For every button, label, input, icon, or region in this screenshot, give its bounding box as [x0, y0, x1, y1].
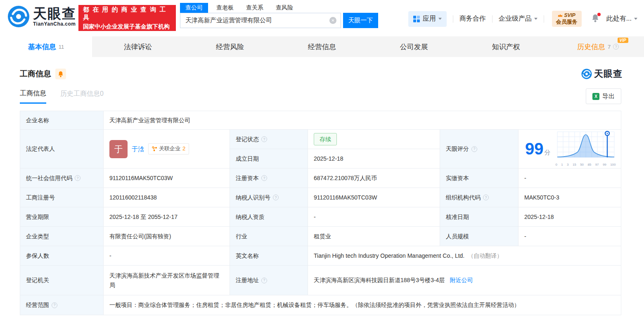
credit-code-value: 91120116MAK50TC03W — [104, 169, 230, 188]
paid-capital-label: 实缴资本 — [440, 169, 519, 188]
help-icon[interactable] — [261, 175, 267, 181]
related-companies-badge[interactable]: 关联企业 2 — [148, 143, 189, 154]
tab-label: 经营风险 — [216, 42, 244, 52]
help-icon[interactable] — [261, 278, 267, 283]
auto-translate-note: （自动翻译） — [468, 251, 502, 260]
search-tab-risk[interactable]: 查风险 — [276, 4, 293, 13]
tianyancha-swirl-icon — [7, 5, 30, 28]
subtab-history-business-info[interactable]: 历史工商信息0 — [60, 90, 104, 103]
tab-basic-info[interactable]: 基本信息 11 — [0, 36, 92, 57]
business-scope-label: 经营范围 — [20, 295, 104, 315]
tab-label: 历史信息 — [577, 42, 605, 52]
clear-search-icon[interactable] — [329, 17, 336, 24]
tab-label: 基本信息 — [28, 42, 56, 52]
help-icon[interactable] — [75, 175, 80, 181]
reg-number-label: 工商注册号 — [20, 188, 104, 207]
search-input-box — [180, 13, 341, 28]
user-account-menu[interactable]: 此处有... — [606, 14, 637, 23]
search-tab-relation[interactable]: 查关系 — [246, 4, 263, 13]
crown-icon — [558, 14, 563, 17]
staff-size-value: - — [519, 227, 621, 246]
help-icon[interactable] — [471, 146, 477, 152]
est-date-value: 2025-12-18 — [308, 149, 440, 169]
company-type-value: 有限责任公司(国有独资) — [104, 227, 230, 246]
export-button[interactable]: 导出 — [586, 88, 621, 104]
excel-icon — [592, 93, 599, 100]
vip-badge: VIP — [618, 38, 628, 43]
monitor-bell-icon[interactable] — [55, 69, 66, 79]
watermark-text: 天眼查 — [594, 68, 623, 80]
tab-legal-proceedings[interactable]: 法律诉讼 — [92, 36, 184, 57]
tab-label: 公司发展 — [400, 42, 428, 52]
help-icon[interactable] — [261, 136, 267, 142]
tab-operating-info[interactable]: 经营信息 — [276, 36, 368, 57]
nav-business-cooperation[interactable]: 商务合作 — [459, 14, 486, 23]
reg-address-value: 天津滨海高新区滨海科技园日新道188号3号楼3-4层 附近公司 — [308, 266, 621, 295]
promo-line1: 都 在 用 的 商 业 查 询 工 具 — [83, 6, 171, 21]
search-input[interactable] — [180, 13, 341, 28]
tab-company-development[interactable]: 公司发展 — [368, 36, 460, 57]
score-cell[interactable]: 99分 0131550859799100 — [519, 130, 621, 169]
company-type-label: 企业类型 — [20, 227, 104, 246]
legal-rep-name-link[interactable]: 于浛 — [132, 144, 144, 154]
tianyancha-logo[interactable]: 天眼查 TianYanCha.com — [7, 5, 76, 28]
main-tabbar: 基本信息 11 法律诉讼 经营风险 经营信息 公司发展 知识产权 VIP 历史信… — [0, 36, 644, 57]
help-icon[interactable] — [613, 44, 619, 50]
status-badge: 存续 — [314, 133, 337, 145]
business-scope-value: 一般项目：商业综合体管理服务；住房租赁；非居住房地产租赁；机械设备租赁；停车场服… — [104, 295, 621, 315]
taxpayer-id-label: 纳税人识别号 — [230, 188, 308, 207]
divider — [453, 15, 453, 23]
relation-graph-icon — [152, 146, 157, 152]
tab-operating-risk[interactable]: 经营风险 — [184, 36, 276, 57]
reg-capital-label: 注册资本 — [230, 169, 308, 188]
help-icon[interactable] — [52, 302, 57, 308]
subtab-business-info[interactable]: 工商信息 — [20, 89, 46, 104]
search-tab-boss[interactable]: 查老板 — [216, 4, 234, 13]
industry-value: 租赁业 — [308, 227, 440, 246]
approval-date-value: 2025-12-18 — [519, 207, 621, 227]
approval-date-label: 核准日期 — [440, 207, 519, 227]
subtab-row: 工商信息 历史工商信息0 导出 — [20, 88, 621, 104]
org-code-label: 组织机构代码 — [440, 188, 519, 207]
subtab-label: 历史工商信息 — [60, 90, 100, 97]
nav-enterprise-products[interactable]: 企业级产品 — [499, 14, 537, 23]
svip-label: SVIP — [564, 12, 575, 19]
search-tab-company[interactable]: 查公司 — [180, 3, 208, 13]
biz-term-value: 2025-12-18 至 2055-12-17 — [104, 207, 230, 227]
credit-code-label: 统一社会信用代码 — [20, 169, 104, 188]
promo-banner[interactable]: 都 在 用 的 商 业 查 询 工 具 国家中小企业发展子基金旗下机构 — [78, 5, 176, 31]
taxpayer-quality-value: - — [308, 207, 440, 227]
est-date-label: 成立日期 — [230, 149, 308, 169]
apps-dropdown[interactable]: 应用 — [408, 11, 447, 27]
related-badge-count: 2 — [182, 145, 185, 153]
help-icon[interactable] — [483, 195, 489, 200]
help-icon[interactable] — [273, 195, 279, 200]
industry-label: 行业 — [230, 227, 308, 246]
apps-label: 应用 — [423, 14, 436, 23]
notification-red-dot — [597, 13, 601, 16]
insured-count-value: - — [104, 246, 230, 266]
staff-size-label: 人员规模 — [440, 227, 519, 246]
reg-capital-value: 687472.210078万人民币 — [308, 169, 440, 188]
divider — [544, 15, 544, 23]
related-badge-label: 关联企业 — [159, 145, 180, 153]
legal-rep-avatar[interactable]: 于 — [109, 140, 128, 158]
chevron-down-icon — [438, 18, 442, 20]
enterprise-label: 企业级产品 — [499, 14, 532, 23]
score-distribution-chart: 0131550859799100 — [555, 130, 617, 167]
tab-history-info[interactable]: VIP 历史信息 7 — [552, 36, 644, 57]
taxpayer-id-value: 91120116MAK50TC03W — [308, 188, 440, 207]
search-button[interactable]: 天眼一下 — [343, 13, 378, 28]
reg-number-value: 120116002118438 — [104, 188, 230, 207]
watermark-logo: 天眼查 — [581, 68, 623, 80]
tab-intellectual-property[interactable]: 知识产权 — [460, 36, 552, 57]
tab-count: 7 — [608, 44, 611, 50]
reg-authority-value: 天津滨海高新技术产业开发区市场监督管理局 — [104, 266, 230, 295]
tab-label: 知识产权 — [492, 42, 520, 52]
nearby-companies-link[interactable]: 附近公司 — [450, 276, 473, 285]
notification-bell-icon[interactable] — [592, 14, 599, 24]
org-code-value: MAK50TC0-3 — [519, 188, 621, 207]
svip-member-button[interactable]: SVIP 会员服务 — [552, 11, 582, 27]
score-value: 99 — [525, 140, 544, 158]
export-label: 导出 — [602, 93, 615, 100]
